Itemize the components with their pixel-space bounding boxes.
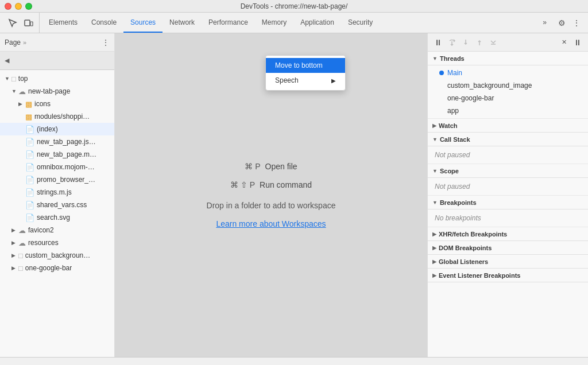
svg-rect-1 [30,22,33,26]
workspace-link[interactable]: Learn more about Workspaces [216,219,326,228]
tab-performance[interactable]: Performance [202,13,255,33]
thread-dot-main [439,71,444,75]
breakpoints-section-content: No breakpoints [428,209,588,227]
thread-one-google-bar[interactable]: one-google-bar [428,92,588,104]
watch-section-header[interactable]: ▶ Watch [428,119,588,133]
dom-arrow: ▶ [432,245,436,251]
tree-item-new-tab-page-m[interactable]: ▶ 📄 new_tab_page.m… [0,148,114,161]
center-content: ⌘ P Open file ⌘ ⇧ P Run command Drop in … [207,162,336,228]
thread-custom-bg[interactable]: custom_background_image [428,79,588,92]
step-out-button[interactable] [474,37,485,48]
file-icon-css: 📄 [25,201,34,209]
edit-breakpoints-button[interactable]: ✕ [558,37,570,48]
svg-rect-0 [25,20,30,26]
cloud-icon-favicon2: ☁ [18,226,26,235]
page-label: Page [5,38,21,46]
step-button[interactable] [488,37,499,48]
scope-section-content: Not paused [428,178,588,196]
tree-item-omnibox[interactable]: ▶ 📄 omnibox.mojom-… [0,161,114,173]
call-stack-status: Not paused [428,147,588,162]
maximize-button[interactable] [25,3,32,10]
sidebar-header: Page » ⋮ [0,33,114,52]
pause-on-exceptions-button[interactable]: ⏸ [572,37,583,48]
sidebar-header-left: Page » [5,38,26,46]
file-icon-svg: 📄 [25,213,34,222]
minimize-button[interactable] [15,3,22,10]
context-menu-item-speech[interactable]: Speech ▶ [266,73,345,88]
file-icon-omnibox: 📄 [25,163,34,172]
tree-item-strings[interactable]: ▶ 📄 strings.m.js [0,186,114,199]
tree-item-favicon2[interactable]: ▶ ☁ favicon2 [0,224,114,236]
xhr-label: XHR/fetch Breakpoints [439,231,507,238]
file-tree-sidebar: Page » ⋮ ◀ ▼ □ top ▼ ☁ new-tab-page [0,33,115,357]
tab-more[interactable]: » [536,18,554,28]
center-panel: Move to bottom Speech ▶ ⌘ P Open file ⌘ … [115,33,427,357]
tree-item-icons[interactable]: ▶ ▩ icons [0,98,114,110]
xhr-section-header[interactable]: ▶ XHR/fetch Breakpoints [428,227,588,241]
tab-network[interactable]: Network [163,13,202,33]
shortcut-key-open: ⌘ P [245,162,260,171]
file-icon-index: 📄 [25,125,34,134]
tree-item-resources[interactable]: ▶ ☁ resources [0,236,114,249]
file-icon-m: 📄 [25,150,34,159]
select-element-button[interactable] [6,16,20,30]
nav-left-icons [2,13,40,33]
folder-icon-custom-bg: □ [18,251,23,260]
tree-item-new-tab-page[interactable]: ▼ ☁ new-tab-page [0,85,114,98]
step-into-button[interactable] [460,37,471,48]
tree-item-index[interactable]: ▶ 📄 (index) [0,123,114,135]
file-icon-promo: 📄 [25,176,34,184]
close-button[interactable] [5,3,11,10]
breakpoints-arrow: ▼ [432,200,438,205]
thread-app[interactable]: app [428,104,588,117]
thread-main[interactable]: Main [428,67,588,79]
tree-item-shared-vars[interactable]: ▶ 📄 shared_vars.css [0,199,114,211]
more-options-icon[interactable]: ⋮ [570,16,583,30]
scope-section-header[interactable]: ▼ Scope [428,164,588,178]
breakpoints-section-header[interactable]: ▼ Breakpoints [428,196,588,209]
tab-console[interactable]: Console [84,13,123,33]
tree-item-search-svg[interactable]: ▶ 📄 search.svg [0,211,114,224]
window-title: DevTools - chrome://new-tab-page/ [241,2,348,10]
bottom-bar [0,357,588,365]
tab-memory[interactable]: Memory [255,13,293,33]
file-tree: ▼ □ top ▼ ☁ new-tab-page ▶ ▩ icons [0,70,114,357]
page-more-label[interactable]: » [23,39,26,46]
drop-text: Drop in a folder to add to workspace [207,201,336,210]
watch-label: Watch [439,122,458,129]
shortcut-label-open: Open file [265,162,297,171]
tree-item-custom-bg[interactable]: ▶ □ custom_backgroun… [0,249,114,262]
device-toggle-button[interactable] [22,16,36,30]
event-listeners-section-header[interactable]: ▶ Event Listener Breakpoints [428,269,588,282]
sidebar-more-options[interactable]: ⋮ [102,38,110,47]
threads-section-header[interactable]: ▼ Threads [428,52,588,65]
tab-application[interactable]: Application [293,13,341,33]
context-menu-item-move-to-bottom[interactable]: Move to bottom [266,58,345,73]
shortcut-label-run: Run command [260,180,312,189]
pause-resume-button[interactable]: ⏸ [432,37,444,48]
cloud-icon-resources: ☁ [18,239,26,247]
global-listeners-arrow: ▶ [432,259,436,265]
collapse-icon[interactable]: ◀ [5,57,9,64]
settings-icon[interactable]: ⚙ [555,16,568,30]
tab-elements[interactable]: Elements [42,13,84,33]
sidebar-subheader: ◀ [0,52,114,70]
global-listeners-section-header[interactable]: ▶ Global Listeners [428,255,588,269]
context-menu-arrow: ▶ [331,77,336,84]
tree-item-modules[interactable]: ▶ ▩ modules/shoppi… [0,110,114,123]
cloud-icon: ☁ [18,87,26,96]
tree-item-one-google-bar[interactable]: ▶ □ one-google-bar [0,262,114,274]
threads-arrow: ▼ [432,56,438,61]
right-content: ▼ Threads Main custom_background_image o… [428,52,588,357]
call-stack-section-header[interactable]: ▼ Call Stack [428,133,588,146]
file-icon-js1: 📄 [25,138,34,146]
tree-item-new-tab-page-js[interactable]: ▶ 📄 new_tab_page.js… [0,135,114,148]
right-toolbar: ⏸ [428,33,588,52]
tree-item-top[interactable]: ▼ □ top [0,72,114,85]
tab-sources[interactable]: Sources [123,13,163,33]
context-menu: Move to bottom Speech ▶ [265,55,346,91]
tree-item-promo[interactable]: ▶ 📄 promo_browser_… [0,173,114,186]
tab-security[interactable]: Security [341,13,380,33]
step-over-button[interactable] [446,37,458,48]
dom-section-header[interactable]: ▶ DOM Breakpoints [428,241,588,255]
